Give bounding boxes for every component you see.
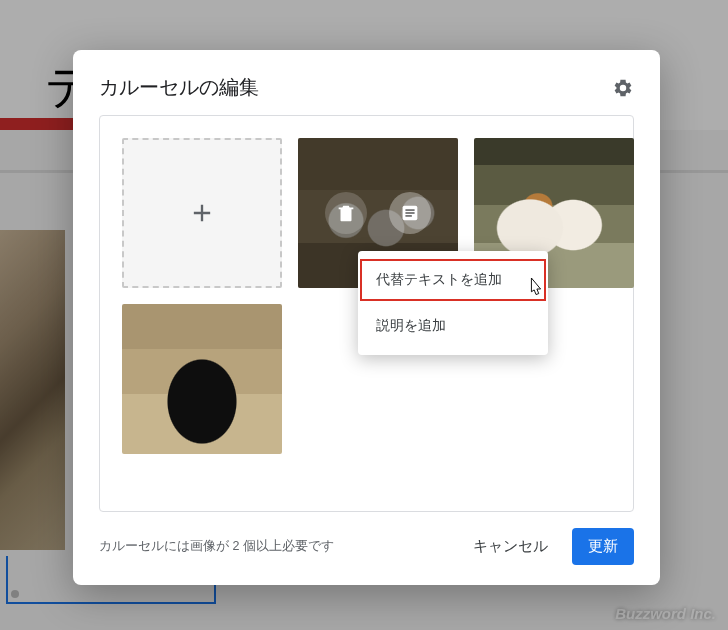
text-lines-icon bbox=[399, 202, 421, 224]
dialog-header: カルーセルの編集 bbox=[99, 74, 634, 101]
delete-image-button[interactable] bbox=[325, 192, 367, 234]
menu-item-add-alt-text[interactable]: 代替テキストを追加 bbox=[358, 257, 548, 303]
image-tile-3[interactable] bbox=[122, 304, 282, 454]
text-options-popover: 代替テキストを追加 説明を追加 bbox=[358, 251, 548, 355]
svg-rect-3 bbox=[405, 215, 411, 216]
update-button[interactable]: 更新 bbox=[572, 528, 634, 565]
gear-icon bbox=[612, 77, 634, 99]
svg-rect-2 bbox=[405, 212, 414, 213]
app-stage: テ Buzzword Inc. カルーセルの編集 bbox=[0, 0, 728, 630]
footer-buttons: キャンセル 更新 bbox=[463, 528, 634, 565]
menu-item-add-description[interactable]: 説明を追加 bbox=[358, 303, 548, 349]
plus-icon bbox=[188, 199, 216, 227]
svg-rect-1 bbox=[405, 209, 414, 210]
footer-note: カルーセルには画像が 2 個以上必要です bbox=[99, 538, 334, 555]
tiles-container: 代替テキストを追加 説明を追加 bbox=[99, 115, 634, 512]
carousel-edit-dialog: カルーセルの編集 bbox=[73, 50, 660, 585]
dialog-title: カルーセルの編集 bbox=[99, 74, 259, 101]
settings-button[interactable] bbox=[612, 77, 634, 99]
image-thumb-black-goat bbox=[122, 304, 282, 454]
dialog-footer: カルーセルには画像が 2 個以上必要です キャンセル 更新 bbox=[99, 528, 634, 565]
text-options-button[interactable] bbox=[389, 192, 431, 234]
add-image-tile[interactable] bbox=[122, 138, 282, 288]
trash-icon bbox=[335, 202, 357, 224]
cancel-button[interactable]: キャンセル bbox=[463, 529, 558, 564]
